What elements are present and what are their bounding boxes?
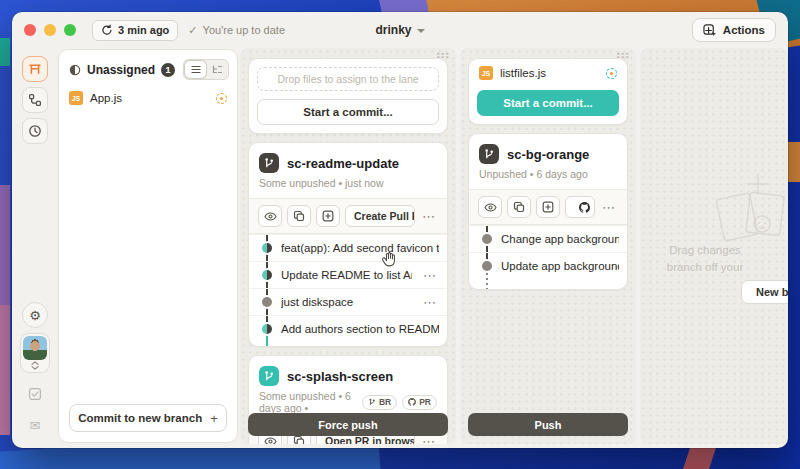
- commit-message: Update README to list Anne as primar...: [281, 269, 412, 281]
- add-dependent-branch-button[interactable]: [536, 196, 560, 218]
- unassigned-footer: Commit to new branch +: [59, 394, 237, 442]
- start-commit-button[interactable]: Start a commit...: [477, 90, 619, 116]
- file-dropzone[interactable]: Drop files to assign to the lane: [257, 67, 439, 91]
- create-pull-request-button[interactable]: Create Pull Req...: [565, 196, 595, 218]
- branch-action-bar: Create Pull Request ⋯: [249, 198, 447, 234]
- commit-row[interactable]: Add authors section to README file: [249, 315, 447, 342]
- clock-icon: [28, 124, 42, 138]
- titlebar: 3 min ago ✓ You're up to date drinky Act…: [12, 12, 788, 48]
- avatar: [23, 336, 47, 360]
- history-tab[interactable]: [22, 118, 48, 144]
- branches-icon: [28, 93, 42, 107]
- branch-header[interactable]: sc-bg-orange: [469, 134, 627, 167]
- branches-tab[interactable]: [22, 87, 48, 113]
- actions-button[interactable]: Actions: [692, 18, 776, 42]
- lane-new-branch: Drag changes branch off your New branch: [640, 48, 788, 444]
- commit-dot-icon: [262, 270, 272, 280]
- unassigned-panel: Unassigned 1 JS Ap: [58, 49, 238, 443]
- uncommitted-card: Drop files to assign to the lane Start a…: [248, 58, 448, 134]
- plus-square-icon: [542, 201, 554, 213]
- copy-branch-button[interactable]: [287, 205, 311, 227]
- open-pr-label: Open PR in browser: [325, 435, 415, 444]
- close-window-button[interactable]: [24, 24, 36, 36]
- branch-menu-button[interactable]: ⋯: [420, 209, 438, 224]
- chevron-down-icon: [417, 29, 425, 33]
- wallpaper-shape: [0, 38, 10, 66]
- feedback-button[interactable]: [22, 381, 48, 407]
- commit-dot-icon: [262, 324, 272, 334]
- copy-branch-button[interactable]: [507, 196, 531, 218]
- eye-icon: [484, 202, 497, 213]
- check-icon: ✓: [188, 24, 197, 37]
- stage-file-icon[interactable]: [606, 68, 617, 79]
- settings-button[interactable]: ⚙: [22, 302, 48, 328]
- gear-icon: ⚙: [29, 309, 41, 322]
- list-icon: [191, 65, 201, 74]
- project-name: drinky: [375, 23, 411, 37]
- branch-small-icon: [368, 398, 376, 406]
- branch-status-pill[interactable]: BR: [362, 395, 397, 410]
- assigned-file-row[interactable]: JS listfiles.js: [469, 59, 627, 82]
- chevron-up-down-icon: [30, 361, 40, 370]
- lane-sc-readme-update: Drop files to assign to the lane Start a…: [240, 48, 456, 444]
- branch-header[interactable]: sc-readme-update: [249, 143, 447, 176]
- status-up-to-date: ✓ You're up to date: [188, 24, 285, 37]
- workspace-tab[interactable]: [22, 56, 48, 82]
- commit-message: just diskspace: [281, 296, 412, 308]
- drag-changes-hint: Drag changes branch off your: [600, 242, 788, 276]
- lane-drag-handle[interactable]: [616, 52, 629, 58]
- branch-badge-icon: [479, 144, 499, 164]
- branch-name: sc-bg-orange: [507, 147, 589, 162]
- force-push-button[interactable]: Force push: [248, 413, 448, 436]
- create-pull-request-button[interactable]: Create Pull Request: [345, 205, 415, 227]
- sync-button[interactable]: 3 min ago: [92, 20, 178, 41]
- branch-menu-button[interactable]: ⋯: [600, 200, 618, 215]
- mail-icon: ✉: [30, 419, 41, 432]
- actions-label: Actions: [723, 24, 765, 36]
- branch-action-bar: Create Pull Req... ⋯: [469, 189, 627, 225]
- eye-icon: [264, 211, 277, 222]
- branch-badge-icon: [259, 153, 279, 173]
- wallpaper-shape: [786, 142, 800, 182]
- pr-status-pill[interactable]: PR: [402, 395, 437, 410]
- zoom-window-button[interactable]: [64, 24, 76, 36]
- review-button[interactable]: [258, 205, 282, 227]
- share-feedback-button[interactable]: ✉: [22, 412, 48, 438]
- branch-meta: Unpushed • 6 days ago: [469, 167, 627, 189]
- hint-line-2: branch off your: [600, 259, 788, 276]
- tree-icon: [212, 65, 222, 74]
- lane-drag-handle[interactable]: [436, 52, 449, 58]
- commit-to-new-branch-button[interactable]: Commit to new branch +: [69, 404, 227, 432]
- start-commit-button[interactable]: Start a commit...: [257, 99, 439, 125]
- view-toggle: [183, 59, 229, 80]
- commit-message: Add authors section to README file: [281, 323, 439, 335]
- drag-changes-illustration: [706, 168, 788, 248]
- push-button[interactable]: Push: [468, 413, 628, 436]
- tree-view-button[interactable]: [206, 61, 227, 78]
- actions-icon: [703, 24, 717, 37]
- commit-menu-button[interactable]: ⋯: [421, 295, 439, 310]
- sync-time-label: 3 min ago: [118, 24, 169, 36]
- commit-row[interactable]: Update README to list Anne as primar... …: [249, 261, 447, 288]
- new-branch-button[interactable]: New branch: [741, 280, 788, 304]
- unassigned-file-row[interactable]: JS App.js: [59, 87, 237, 109]
- js-file-icon: JS: [479, 66, 493, 80]
- commit-row[interactable]: just diskspace ⋯: [249, 288, 447, 315]
- list-view-button[interactable]: [185, 61, 206, 78]
- commit-menu-button[interactable]: ⋯: [421, 268, 439, 283]
- hint-line-1: Drag changes: [600, 242, 788, 259]
- modified-indicator-icon: [216, 93, 227, 104]
- review-button[interactable]: [478, 196, 502, 218]
- commit-row[interactable]: feat(app): Add second favicon to web con…: [249, 234, 447, 261]
- wallpaper-shape: [0, 305, 10, 435]
- account-switcher[interactable]: [20, 333, 50, 373]
- branch-badge-icon: [259, 366, 279, 386]
- branch-header[interactable]: sc-splash-screen: [249, 356, 447, 389]
- file-name: listfiles.js: [500, 67, 546, 79]
- add-dependent-branch-button[interactable]: [316, 205, 340, 227]
- traffic-lights: [24, 24, 76, 36]
- wallpaper-shape: [0, 185, 10, 305]
- unassigned-count-badge: 1: [161, 63, 175, 77]
- branch-meta-text: Some unpushed • just now: [259, 177, 384, 189]
- minimize-window-button[interactable]: [44, 24, 56, 36]
